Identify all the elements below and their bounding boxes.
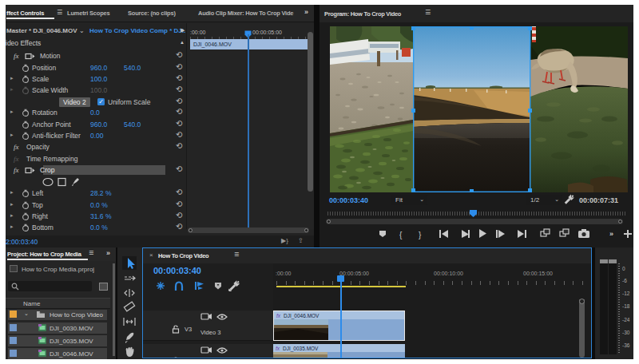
svg-text:»: »	[609, 230, 613, 238]
svg-text:}: }	[419, 231, 422, 239]
svg-text:{: {	[399, 231, 403, 239]
